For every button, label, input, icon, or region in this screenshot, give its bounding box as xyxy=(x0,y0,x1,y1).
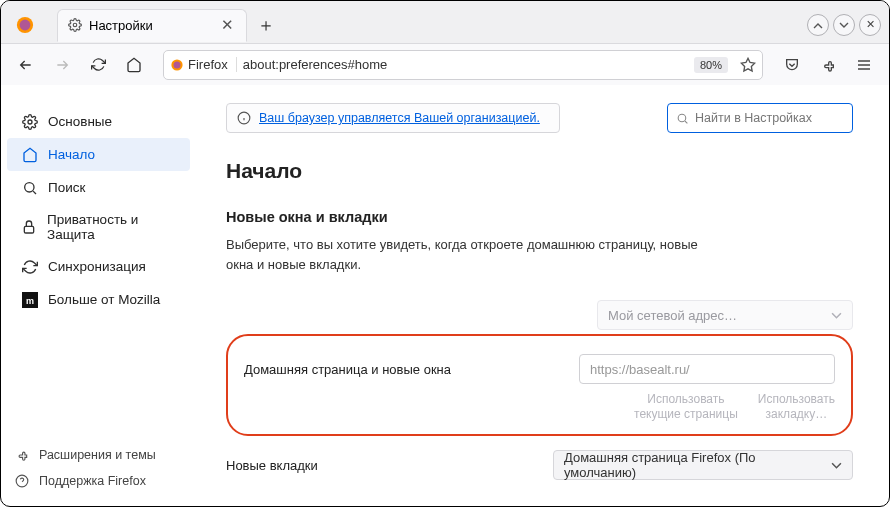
chevron-down-icon xyxy=(831,310,842,321)
maximize-button[interactable] xyxy=(833,14,855,36)
content-area: Основные Начало Поиск Приватность и Защи… xyxy=(1,85,889,506)
sidebar-item-search[interactable]: Поиск xyxy=(7,171,190,204)
window-controls: ✕ xyxy=(807,14,881,36)
org-notice-link[interactable]: Ваш браузер управляется Вашей организаци… xyxy=(259,111,540,125)
reload-button[interactable] xyxy=(83,50,113,80)
tab-settings[interactable]: Настройки ✕ xyxy=(57,9,247,42)
svg-point-5 xyxy=(28,120,32,124)
sidebar-item-general[interactable]: Основные xyxy=(7,105,190,138)
menu-button[interactable] xyxy=(849,50,879,80)
main-panel: Ваш браузер управляется Вашей организаци… xyxy=(196,85,889,506)
search-icon xyxy=(21,179,38,196)
svg-text:m: m xyxy=(25,296,33,306)
svg-point-1 xyxy=(20,19,31,30)
sync-icon xyxy=(21,258,38,275)
forward-button[interactable] xyxy=(47,50,77,80)
settings-search[interactable]: Найти в Настройках xyxy=(667,103,853,133)
svg-point-2 xyxy=(73,23,77,27)
info-icon xyxy=(237,111,251,125)
zoom-badge[interactable]: 80% xyxy=(694,57,728,73)
svg-point-6 xyxy=(24,182,33,191)
gear-icon xyxy=(68,18,82,32)
search-icon xyxy=(676,112,689,125)
newtabs-label: Новые вкладки xyxy=(226,458,318,473)
sidebar-item-home[interactable]: Начало xyxy=(7,138,190,171)
footer-extensions[interactable]: Расширения и темы xyxy=(1,442,196,468)
sidebar-item-more[interactable]: m Больше от Mozilla xyxy=(7,283,190,316)
firefox-app-icon xyxy=(11,11,39,39)
minimize-button[interactable] xyxy=(807,14,829,36)
puzzle-icon xyxy=(15,448,29,462)
svg-point-4 xyxy=(174,61,181,68)
homepage-label: Домашняя страница и новые окна xyxy=(244,362,451,377)
use-bookmark-button[interactable]: Использовать закладку… xyxy=(758,392,835,422)
help-icon xyxy=(15,474,29,488)
tab-bar: Настройки ✕ ＋ ✕ xyxy=(1,1,889,43)
close-window-button[interactable]: ✕ xyxy=(859,14,881,36)
section-title: Новые окна и вкладки xyxy=(226,209,853,225)
home-button[interactable] xyxy=(119,50,149,80)
homepage-url-input[interactable]: https://basealt.ru/ xyxy=(579,354,835,384)
section-description: Выберите, что вы хотите увидеть, когда о… xyxy=(226,235,726,274)
window: Настройки ✕ ＋ ✕ Firefox about:preference… xyxy=(0,0,890,507)
url-text: about:preferences#home xyxy=(243,57,388,72)
firefox-icon xyxy=(170,58,184,72)
pocket-button[interactable] xyxy=(777,50,807,80)
highlight-box: Домашняя страница и новые окна https://b… xyxy=(226,334,853,436)
sidebar-item-privacy[interactable]: Приватность и Защита xyxy=(7,204,190,250)
home-icon xyxy=(21,146,38,163)
chevron-down-icon xyxy=(831,460,842,471)
org-notice: Ваш браузер управляется Вашей организаци… xyxy=(226,103,560,133)
star-icon[interactable] xyxy=(740,57,756,73)
lock-icon xyxy=(21,219,37,236)
gear-icon xyxy=(21,113,38,130)
url-bar[interactable]: Firefox about:preferences#home 80% xyxy=(163,50,763,80)
newtabs-select[interactable]: Домашняя страница Firefox (По умолчанию) xyxy=(553,450,853,480)
close-icon[interactable]: ✕ xyxy=(219,16,236,34)
use-current-pages-button[interactable]: Использовать текущие страницы xyxy=(634,392,738,422)
footer-support[interactable]: Поддержка Firefox xyxy=(1,468,196,494)
identity-box[interactable]: Firefox xyxy=(170,57,237,72)
svg-point-12 xyxy=(678,114,686,122)
svg-rect-7 xyxy=(24,226,33,233)
sidebar-item-sync[interactable]: Синхронизация xyxy=(7,250,190,283)
mozilla-icon: m xyxy=(21,291,38,308)
sidebar: Основные Начало Поиск Приватность и Защи… xyxy=(1,85,196,506)
homepage-mode-select[interactable]: Мой сетевой адрес… xyxy=(597,300,853,330)
new-tab-button[interactable]: ＋ xyxy=(250,13,282,37)
tab-label: Настройки xyxy=(89,18,153,33)
page-title: Начало xyxy=(226,159,853,183)
toolbar: Firefox about:preferences#home 80% xyxy=(1,43,889,85)
extensions-button[interactable] xyxy=(813,50,843,80)
back-button[interactable] xyxy=(11,50,41,80)
